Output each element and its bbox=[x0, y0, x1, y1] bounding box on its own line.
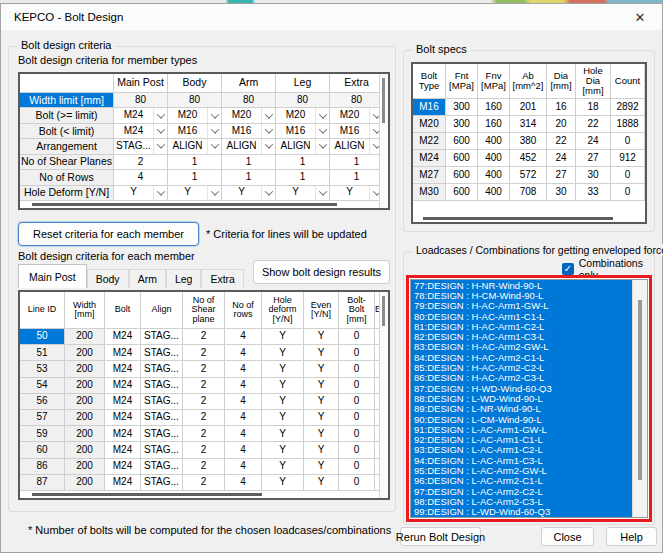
value-cell[interactable]: Y bbox=[262, 442, 304, 458]
value-cell[interactable]: 2 bbox=[114, 155, 168, 170]
value-cell[interactable]: 2 bbox=[183, 426, 225, 442]
value-cell[interactable]: 1 bbox=[168, 170, 222, 185]
dropdown-cell[interactable]: ALIGN bbox=[168, 139, 222, 154]
row-label[interactable]: Arrangement bbox=[20, 139, 114, 154]
chevron-down-icon[interactable] bbox=[315, 139, 329, 153]
value-cell[interactable]: Y bbox=[304, 394, 339, 410]
value-cell[interactable]: Y bbox=[262, 475, 304, 491]
value-cell[interactable]: Y bbox=[304, 345, 339, 361]
value-cell[interactable]: 2892 bbox=[611, 99, 645, 116]
scrollbar-thumb[interactable] bbox=[32, 203, 337, 206]
value-cell[interactable]: M24 bbox=[105, 410, 141, 426]
chevron-down-icon[interactable] bbox=[261, 186, 275, 200]
bolt-type-cell[interactable]: M30 bbox=[413, 184, 446, 201]
chevron-down-icon[interactable] bbox=[153, 124, 167, 138]
row-label[interactable]: No of Shear Planes bbox=[20, 155, 114, 170]
value-cell[interactable]: 160 bbox=[478, 116, 510, 133]
table-row[interactable]: M2030016031420221888 bbox=[413, 116, 645, 133]
value-cell[interactable]: Y bbox=[304, 329, 339, 345]
line-id-cell[interactable]: 60 bbox=[20, 442, 65, 458]
loadcase-item[interactable]: 88:DESIGN : L-WD-Wind-90-L bbox=[411, 393, 632, 403]
value-cell[interactable]: M24 bbox=[105, 378, 141, 394]
value-cell[interactable]: M24 bbox=[105, 361, 141, 377]
value-cell[interactable]: 0 bbox=[339, 442, 375, 458]
table-row[interactable]: M3060040070830330 bbox=[413, 184, 645, 201]
value-cell[interactable]: 30 bbox=[547, 184, 576, 201]
value-cell[interactable]: 2 bbox=[183, 378, 225, 394]
value-cell[interactable]: M24 bbox=[105, 345, 141, 361]
value-cell[interactable]: 33 bbox=[576, 184, 611, 201]
dropdown-cell[interactable]: Y bbox=[114, 186, 168, 201]
value-cell[interactable]: STAG... bbox=[141, 426, 183, 442]
line-id-cell[interactable]: 56 bbox=[20, 394, 65, 410]
value-cell[interactable]: 200 bbox=[65, 410, 105, 426]
table-row[interactable]: 51200M24STAG...24YY0 bbox=[20, 345, 379, 361]
value-cell[interactable]: STAG... bbox=[141, 378, 183, 394]
value-cell[interactable]: Y bbox=[262, 394, 304, 410]
bolt-specs-horizontal-scrollbar[interactable] bbox=[413, 215, 645, 222]
tab-body[interactable]: Body bbox=[87, 269, 129, 288]
value-cell[interactable]: M24 bbox=[105, 459, 141, 475]
value-cell[interactable]: 0 bbox=[339, 459, 375, 475]
chevron-down-icon[interactable] bbox=[315, 124, 329, 138]
member-types-horizontal-scrollbar[interactable] bbox=[20, 201, 379, 208]
line-id-cell[interactable]: 86 bbox=[20, 459, 65, 475]
line-id-cell[interactable]: 54 bbox=[20, 378, 65, 394]
loadcase-item[interactable]: 94:DESIGN : L-AC-Arm1-C3-L bbox=[411, 455, 632, 465]
value-cell[interactable]: 4 bbox=[114, 170, 168, 185]
row-label[interactable]: No of Rows bbox=[20, 170, 114, 185]
value-cell[interactable]: M24 bbox=[105, 329, 141, 345]
tab-main-post[interactable]: Main Post bbox=[18, 264, 87, 288]
value-cell[interactable]: Y bbox=[304, 361, 339, 377]
value-cell[interactable]: 1 bbox=[330, 155, 384, 170]
line-id-cell[interactable]: 53 bbox=[20, 361, 65, 377]
value-cell[interactable]: 300 bbox=[446, 116, 478, 133]
lines-horizontal-scrollbar[interactable] bbox=[20, 491, 379, 498]
value-cell[interactable]: Y bbox=[262, 459, 304, 475]
dropdown-cell[interactable]: M20 bbox=[276, 108, 330, 123]
table-row[interactable]: 59200M24STAG...24YY0 bbox=[20, 426, 379, 442]
row-label[interactable]: Bolt (< limit) bbox=[20, 124, 114, 139]
value-cell[interactable]: 912 bbox=[611, 150, 645, 167]
value-cell[interactable]: 4 bbox=[225, 378, 262, 394]
value-cell[interactable]: 1 bbox=[276, 170, 330, 185]
value-cell[interactable]: 30 bbox=[576, 167, 611, 184]
value-cell[interactable]: 0 bbox=[611, 184, 645, 201]
value-cell[interactable]: 2 bbox=[183, 410, 225, 426]
table-row[interactable]: 54200M24STAG...24YY0 bbox=[20, 378, 379, 394]
dropdown-cell[interactable]: M16 bbox=[222, 124, 276, 139]
value-cell[interactable]: 2 bbox=[183, 361, 225, 377]
value-cell[interactable]: 1 bbox=[168, 155, 222, 170]
line-id-cell[interactable]: 57 bbox=[20, 410, 65, 426]
value-cell[interactable]: 0 bbox=[339, 410, 375, 426]
scrollbar-thumb[interactable] bbox=[32, 493, 262, 496]
value-cell[interactable]: 600 bbox=[446, 167, 478, 184]
value-cell[interactable]: STAG... bbox=[141, 410, 183, 426]
loadcase-item[interactable]: 96:DESIGN : L-AC-Arm2-C1-L bbox=[411, 476, 632, 486]
value-cell[interactable]: 0 bbox=[339, 475, 375, 491]
dropdown-cell[interactable]: M16 bbox=[330, 124, 384, 139]
value-cell[interactable]: Y bbox=[304, 475, 339, 491]
row-label[interactable]: Width limit [mm] bbox=[20, 93, 114, 108]
tab-leg[interactable]: Leg bbox=[166, 269, 202, 288]
value-cell[interactable]: Y bbox=[262, 426, 304, 442]
bolt-type-cell[interactable]: M22 bbox=[413, 133, 446, 150]
value-cell[interactable]: 0 bbox=[339, 426, 375, 442]
loadcase-item[interactable]: 85:DESIGN : H-AC-Arm2-C2-L bbox=[411, 362, 632, 372]
dropdown-cell[interactable]: STAG... bbox=[114, 139, 168, 154]
value-cell[interactable]: 160 bbox=[478, 99, 510, 116]
value-cell[interactable]: 2 bbox=[183, 442, 225, 458]
value-cell[interactable]: 200 bbox=[65, 345, 105, 361]
value-cell[interactable]: Y bbox=[304, 378, 339, 394]
value-cell[interactable]: 4 bbox=[225, 459, 262, 475]
loadcase-item[interactable]: 99:DESIGN : L-WD-Wind-60-Q3 bbox=[411, 507, 632, 517]
dropdown-cell[interactable]: M20 bbox=[168, 108, 222, 123]
value-cell[interactable]: Y bbox=[304, 426, 339, 442]
table-row[interactable]: M246004004522427912 bbox=[413, 150, 645, 167]
loadcase-item[interactable]: 86:DESIGN : H-AC-Arm2-C3-L bbox=[411, 373, 632, 383]
value-cell[interactable]: Y bbox=[262, 410, 304, 426]
loadcase-item[interactable]: 87:DESIGN : H-WD-Wind-60-Q3 bbox=[411, 383, 632, 393]
chevron-down-icon[interactable] bbox=[207, 186, 221, 200]
value-cell[interactable]: 600 bbox=[446, 150, 478, 167]
value-cell[interactable]: 20 bbox=[547, 116, 576, 133]
